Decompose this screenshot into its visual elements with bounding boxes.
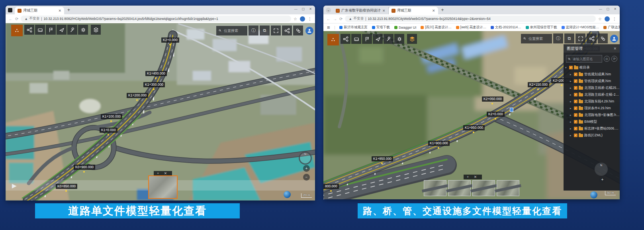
fullscreen-icon[interactable] bbox=[271, 26, 281, 35]
left-map-viewport[interactable]: ∴ ⓘ ⧉ K2+0.000K1+400.000K1+300.000K1+200… bbox=[6, 23, 315, 201]
play-button[interactable]: ▶ bbox=[12, 182, 17, 189]
address-field[interactable]: ▲ 不安全 | 10.32.213.91:8082/HCityWeb/WebGI… bbox=[21, 16, 291, 22]
layer-checkbox[interactable]: ✓ bbox=[574, 127, 577, 130]
location-search[interactable] bbox=[521, 34, 552, 43]
panel-close-icon[interactable]: ✕ bbox=[613, 47, 617, 51]
more-menu-icon[interactable]: ⋮ bbox=[613, 17, 617, 21]
layer-checkbox[interactable]: ✓ bbox=[574, 106, 577, 110]
thumbnail-controls[interactable]: + ✕ bbox=[464, 175, 482, 179]
bookmark-item[interactable]: 泉州现场管理下载 bbox=[526, 25, 557, 30]
more-menu-icon[interactable]: ⋮ bbox=[308, 17, 312, 21]
settings-gear-button[interactable] bbox=[78, 25, 88, 35]
layer-tree-item[interactable]: ▸✓北滘路东段4.29.him bbox=[564, 98, 620, 105]
measure-tool-button[interactable] bbox=[35, 25, 45, 35]
layer-tree-item[interactable]: ▾✓根目录 bbox=[564, 64, 620, 71]
back-icon[interactable]: ← bbox=[9, 17, 13, 21]
layer-tree-item[interactable]: ▸✓现状条件4.29.him bbox=[564, 105, 620, 112]
forward-icon[interactable]: → bbox=[333, 17, 337, 21]
layer-checkbox[interactable]: ✓ bbox=[574, 86, 577, 90]
fly-to-tool-button[interactable] bbox=[57, 25, 67, 35]
layer-checkbox[interactable]: ✓ bbox=[574, 134, 577, 137]
profile-avatar[interactable] bbox=[605, 16, 610, 22]
share-tool-button[interactable] bbox=[341, 34, 350, 44]
location-search[interactable] bbox=[216, 26, 247, 35]
minimize-button[interactable]: — bbox=[599, 7, 602, 11]
layer-tree-item[interactable]: ▸✓北滘路主线桥-左幅-250428.him bbox=[564, 91, 620, 98]
bookmark-item[interactable]: 蓝湖设计+MOS性能… bbox=[562, 25, 599, 30]
model-thumbnail[interactable] bbox=[497, 180, 519, 196]
layer-checkbox[interactable]: ✓ bbox=[574, 93, 577, 96]
cesium-ion-logo[interactable] bbox=[590, 191, 597, 199]
layer-tree-item[interactable]: ▸✓管线规划成果.him bbox=[564, 71, 620, 78]
layer-tree-item[interactable]: ▸✓北滘路主线桥-右幅250428.him bbox=[564, 85, 620, 91]
measure-tool-button[interactable] bbox=[351, 34, 361, 44]
close-button[interactable]: ✕ bbox=[309, 7, 312, 11]
close-button[interactable]: ✕ bbox=[614, 7, 617, 11]
layer-tree-item[interactable]: ▸✓标志牌+收费站0506.him bbox=[564, 125, 620, 132]
copy-view-icon[interactable]: ⧉ bbox=[260, 26, 270, 35]
flag-tool-button[interactable] bbox=[362, 34, 372, 44]
layer-checkbox[interactable]: ✓ bbox=[574, 79, 577, 83]
link-icon[interactable] bbox=[598, 33, 608, 43]
copy-view-icon[interactable]: ⧉ bbox=[564, 33, 574, 43]
location-search-input[interactable] bbox=[223, 28, 245, 33]
bookmark-item[interactable]: [四川] 高速设计… bbox=[421, 25, 452, 30]
share-tool-button[interactable] bbox=[24, 25, 34, 35]
info-icon[interactable]: ⓘ bbox=[553, 33, 563, 43]
model-thumbnail[interactable] bbox=[448, 180, 471, 196]
zoom-in-button[interactable]: + bbox=[303, 165, 310, 172]
tab-close-icon[interactable]: ✕ bbox=[382, 9, 386, 13]
settings-gear-button[interactable] bbox=[394, 34, 404, 44]
back-icon[interactable]: ← bbox=[327, 17, 331, 21]
share-view-icon[interactable] bbox=[587, 33, 597, 43]
refresh-icon[interactable]: ⟳ bbox=[339, 17, 343, 21]
right-map-viewport[interactable]: ∴ ⓘ ⧉ K2+500.000K2+200.000K2+150.000K2+0… bbox=[323, 31, 620, 199]
bookmark-item[interactable]: 宝塔下载 bbox=[372, 25, 390, 30]
layer-checkbox[interactable]: ✓ bbox=[574, 113, 577, 117]
layer-search[interactable] bbox=[566, 55, 602, 63]
caret-icon[interactable]: ▸ bbox=[570, 91, 573, 98]
zoom-in-button[interactable]: + bbox=[599, 176, 606, 183]
star-icon[interactable]: ☆ bbox=[294, 17, 297, 21]
zoom-out-button[interactable]: − bbox=[303, 174, 310, 181]
locate-layer-icon[interactable]: ◎ bbox=[604, 56, 610, 62]
layer-checkbox[interactable]: ✓ bbox=[574, 73, 577, 76]
star-icon[interactable]: ☆ bbox=[598, 17, 602, 21]
bookmark-item[interactable]: Swagger UI bbox=[394, 25, 416, 30]
tab-left[interactable]: ∴ 湾城三期 ✕ bbox=[15, 7, 64, 14]
layers-button-active[interactable] bbox=[407, 34, 417, 44]
layer-checkbox[interactable]: ✓ bbox=[574, 100, 577, 103]
fly-to-tool-button[interactable] bbox=[373, 34, 383, 44]
caret-icon[interactable]: ▸ bbox=[570, 98, 573, 105]
new-tab-button[interactable]: + bbox=[67, 7, 70, 13]
caret-icon[interactable]: ▸ bbox=[570, 118, 573, 125]
caret-icon[interactable]: ▸ bbox=[570, 78, 573, 85]
caret-icon[interactable]: ▸ bbox=[570, 112, 573, 118]
tab-right-1[interactable]: ∴ 广东省数字勘察协同设计 ✕ bbox=[333, 7, 389, 14]
user-avatar[interactable] bbox=[610, 35, 618, 43]
compass[interactable]: N bbox=[595, 163, 608, 176]
layer-tree-item[interactable]: ▸✓BIM模型 bbox=[564, 118, 620, 125]
wrench-tool-button[interactable] bbox=[67, 25, 77, 35]
layer-tree-item[interactable]: ▸✓北滘路地形+影像图.him bbox=[564, 112, 620, 118]
layer-checkbox[interactable]: ✓ bbox=[574, 120, 577, 124]
caret-icon[interactable]: ▸ bbox=[570, 105, 573, 112]
bookmark-item[interactable]: [web] 高速设计… bbox=[456, 25, 486, 30]
wrench-tool-button[interactable] bbox=[384, 34, 393, 44]
address-field[interactable]: ▲ 不安全 | 10.32.213.91:8002/ICityWeb/webGI… bbox=[345, 16, 596, 22]
layer-tree-item[interactable]: ▸✓路线(CZML) bbox=[564, 132, 620, 139]
refresh-layers-icon[interactable]: ⟳ bbox=[611, 56, 617, 62]
tab-right-2[interactable]: ∴ 湾城三期 ✕ bbox=[389, 7, 438, 14]
fullscreen-icon[interactable] bbox=[575, 33, 585, 43]
compass[interactable]: N bbox=[299, 151, 312, 165]
minimap[interactable] bbox=[148, 175, 178, 199]
minimize-button[interactable]: — bbox=[294, 7, 298, 11]
maximize-button[interactable]: ▢ bbox=[607, 7, 610, 11]
bookmark-item[interactable]: 新沂市城规主页 bbox=[339, 25, 368, 30]
model-thumbnail[interactable] bbox=[424, 180, 446, 196]
cesium-ion-logo[interactable] bbox=[284, 191, 291, 198]
caret-icon[interactable]: ▾ bbox=[565, 64, 568, 71]
tab-close-icon[interactable]: ✕ bbox=[432, 9, 435, 13]
layer-search-input[interactable] bbox=[572, 57, 600, 61]
bookmark-item[interactable]: 广联达测量服务… bbox=[603, 25, 620, 30]
